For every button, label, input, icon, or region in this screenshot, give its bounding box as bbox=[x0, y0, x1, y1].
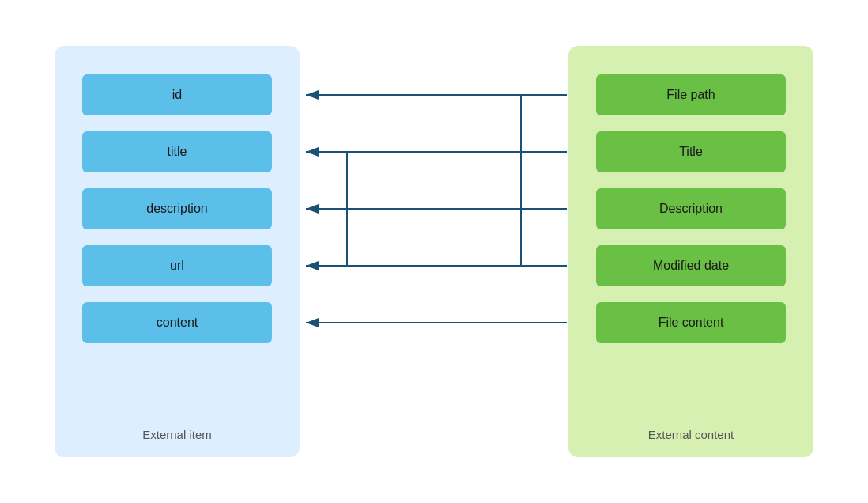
field-filepath: File path bbox=[596, 74, 786, 115]
field-id: id bbox=[82, 74, 272, 115]
right-panel-label: External content bbox=[648, 422, 734, 441]
field-url: url bbox=[82, 245, 272, 286]
field-filecontent: File content bbox=[596, 302, 786, 343]
arrows-area bbox=[300, 46, 568, 457]
left-panel: id title description url content Externa… bbox=[55, 46, 300, 457]
field-content: content bbox=[82, 302, 272, 343]
field-description: description bbox=[82, 188, 272, 229]
diagram-container: id title description url content Externa… bbox=[19, 22, 849, 481]
left-panel-label: External item bbox=[142, 422, 212, 441]
arrows-svg bbox=[300, 46, 568, 457]
field-title: title bbox=[82, 131, 272, 172]
field-modifieddate: Modified date bbox=[596, 245, 786, 286]
field-ftitle: Title bbox=[596, 131, 786, 172]
field-fdescription: Description bbox=[596, 188, 786, 229]
right-panel: File path Title Description Modified dat… bbox=[568, 46, 813, 457]
